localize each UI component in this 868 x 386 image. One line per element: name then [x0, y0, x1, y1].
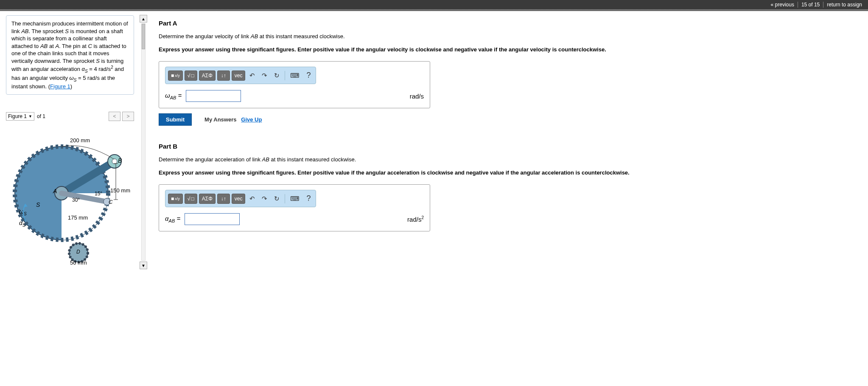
part-a-answer-box: ■x/y √□ ΑΣΦ ↓↑ vec ↶ ↷ ↻ ⌨ ? ωAB = rad/s [159, 61, 430, 108]
separator [285, 71, 285, 80]
figure-dropdown-label: Figure 1 [8, 113, 27, 119]
help-button[interactable]: ? [304, 69, 313, 82]
answer-input-b[interactable] [185, 213, 240, 225]
unit-sup: 2 [421, 215, 424, 220]
updown-button[interactable]: ↓↑ [217, 194, 230, 204]
figure-next-button[interactable]: > [122, 112, 134, 121]
vec-button[interactable]: vec [232, 194, 246, 204]
prompt-text: at this instant measured clockwise. [269, 156, 356, 163]
submit-button[interactable]: Submit [159, 113, 192, 126]
right-panel: Part A Determine the angular velocity of… [148, 11, 868, 270]
scroll-up-icon[interactable]: ▲ [140, 15, 147, 23]
label-S: S [36, 201, 40, 208]
problem-text: = 4 rad/s [88, 66, 111, 73]
problem-text: . The sprocket [28, 28, 65, 34]
keyboard-button[interactable]: ⌨ [288, 70, 302, 81]
label-150mm: 150 mm [110, 187, 130, 194]
separator [285, 194, 285, 203]
return-link[interactable]: return to assign [823, 2, 865, 8]
my-answers-link[interactable]: My Answers [204, 116, 236, 123]
greek-button[interactable]: ΑΣΦ [199, 70, 216, 81]
problem-text: . The pin at [59, 43, 88, 49]
figure-dropdown[interactable]: Figure 1 ▼ [6, 112, 34, 121]
part-a-instructions: Express your answer using three signific… [159, 46, 860, 54]
prompt-text: at this instant measured clockwise. [258, 33, 344, 39]
prompt-text: Determine the angular velocity of link [159, 33, 251, 39]
template-icon: ■ [171, 196, 174, 202]
problem-statement: The mechanism produces intermittent moti… [6, 15, 134, 95]
redo-button[interactable]: ↷ [259, 70, 270, 81]
greek-button[interactable]: ΑΣΦ [199, 194, 216, 204]
label-D: D [76, 249, 80, 255]
sqrt-button[interactable]: √□ [185, 194, 197, 204]
sqrt-icon: √ [188, 196, 190, 202]
label-200mm: 200 mm [70, 137, 90, 144]
reset-button[interactable]: ↻ [272, 70, 282, 81]
scrollbar[interactable]: ▲ ▼ [138, 14, 148, 270]
label-C: C [109, 199, 113, 205]
variable-label: ωAB = [165, 92, 182, 100]
label-30deg: 30° [72, 197, 80, 203]
template-button[interactable]: ■x/y [168, 194, 183, 204]
var-C: C [88, 43, 92, 49]
var-A: A [55, 43, 59, 49]
var-symbol: ω [165, 92, 170, 99]
undo-button[interactable]: ↶ [247, 70, 258, 81]
figure-selector-row: Figure 1 ▼ of 1 < > [6, 112, 134, 121]
var-AB: AB [40, 43, 48, 49]
svg-point-5 [112, 159, 117, 164]
var-subscript: AB [169, 218, 175, 223]
prev-link[interactable]: « previous [767, 2, 798, 8]
scroll-thumb[interactable] [142, 24, 145, 49]
sqrt-icon: √ [188, 73, 190, 79]
equals-sign: = [175, 215, 180, 222]
label-A: A [53, 188, 57, 194]
part-b-instructions: Express your answer using three signific… [159, 169, 860, 177]
equation-row: ωAB = rad/s [165, 90, 424, 102]
var-subscript: AB [170, 95, 176, 100]
equation-toolbar: ■x/y √□ ΑΣΦ ↓↑ vec ↶ ↷ ↻ ⌨ ? [165, 67, 316, 84]
label-B: B [118, 157, 122, 164]
updown-button[interactable]: ↓↑ [217, 70, 230, 81]
var-omega: ω [70, 75, 74, 81]
problem-text: at [48, 43, 55, 49]
box-icon: □ [191, 196, 194, 202]
part-a-prompt: Determine the angular velocity of link A… [159, 33, 860, 41]
keyboard-button[interactable]: ⌨ [288, 193, 302, 204]
top-nav-bar: « previous 15 of 15 return to assign [0, 0, 868, 9]
part-b-answer-box: ■x/y √□ ΑΣΦ ↓↑ vec ↶ ↷ ↻ ⌨ ? αAB = rad/s… [159, 184, 430, 231]
frac-icon: x/y [175, 197, 180, 201]
reset-button[interactable]: ↻ [272, 193, 282, 204]
page-counter: 15 of 15 [798, 2, 823, 8]
frac-icon: x/y [175, 73, 180, 78]
var-S: S [96, 58, 100, 64]
label-15deg: 15° [95, 191, 102, 197]
unit-text: rad/s [407, 216, 421, 223]
figure-prev-button[interactable]: < [109, 112, 120, 121]
template-icon: ■ [171, 73, 174, 79]
var-symbol: α [165, 215, 169, 222]
figure-count: of 1 [37, 113, 45, 119]
template-button[interactable]: ■x/y [168, 70, 183, 81]
figure-link[interactable]: Figure 1 [50, 83, 70, 90]
unit-label: rad/s [410, 93, 424, 100]
equation-toolbar: ■x/y √□ ΑΣΦ ↓↑ vec ↶ ↷ ↻ ⌨ ? [165, 190, 316, 207]
label-175mm: 175 mm [68, 214, 88, 221]
label-50mm: 50 mm [70, 259, 87, 265]
part-a-title: Part A [159, 20, 860, 27]
undo-button[interactable]: ↶ [247, 193, 258, 204]
scroll-track[interactable] [141, 23, 146, 261]
unit-label: rad/s2 [407, 215, 424, 223]
part-a-submit-row: Submit My Answers Give Up [159, 113, 860, 126]
give-up-link[interactable]: Give Up [241, 116, 262, 123]
part-b-prompt: Determine the angular acceleration of li… [159, 156, 860, 164]
box-icon: □ [191, 73, 194, 79]
help-button[interactable]: ? [304, 192, 313, 205]
redo-button[interactable]: ↷ [259, 193, 270, 204]
scroll-down-icon[interactable]: ▼ [140, 262, 147, 269]
answer-input-a[interactable] [186, 90, 241, 102]
sqrt-button[interactable]: √□ [185, 70, 197, 81]
var-sub: S [85, 69, 88, 73]
vec-button[interactable]: vec [232, 70, 246, 81]
part-b-title: Part B [159, 143, 860, 150]
